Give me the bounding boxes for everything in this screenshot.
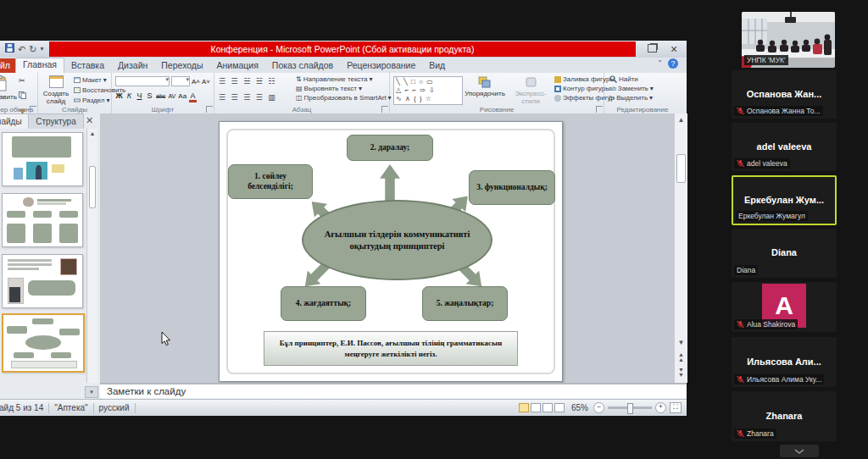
tab-file[interactable]: Файл [0, 58, 15, 73]
scroll-down-icon[interactable]: ▼ [675, 339, 687, 346]
close-button[interactable]: × [666, 43, 682, 55]
group-drawing: ╲ ╲ □ ○ ▭ △ ⌐ ⌐ ⇨ ⇩ ∿ ∧ { } ☆ Упорядочит… [390, 73, 604, 113]
cut-icon[interactable]: ✂ [19, 76, 26, 85]
paste-button[interactable]: Вставить [0, 75, 14, 102]
shrink-font-icon[interactable]: A˅ [202, 78, 210, 86]
restore-button[interactable] [644, 43, 659, 55]
notes-pane[interactable]: Заметки к слайду [100, 383, 687, 398]
minimize-ribbon-icon[interactable]: ⌃ [657, 59, 663, 67]
select-button[interactable]: ▷Выделить ▾ [609, 94, 654, 102]
tab-insert[interactable]: Вставка [64, 58, 111, 73]
participant-video-tile[interactable]: УНПК 'МУК' [742, 12, 835, 68]
slide-thumbnail-1[interactable] [2, 132, 83, 186]
slide-canvas[interactable]: 2. даралау; 1. сөйлеу белсенділігі; 3. ф… [219, 121, 563, 382]
slide-thumbnail-3[interactable] [2, 254, 83, 308]
zoom-in-icon[interactable]: + [655, 402, 666, 413]
alignment-icons[interactable]: ☰ ☰ ☰ ☰ ▥ [219, 93, 277, 102]
underline-button[interactable]: Ч [136, 91, 143, 100]
save-icon[interactable] [5, 42, 14, 56]
zoom-out-icon[interactable]: − [593, 402, 604, 413]
undo-icon[interactable]: ↶ [18, 42, 25, 56]
tab-outline[interactable]: Структура [28, 113, 84, 129]
participant-tile[interactable]: adel valeeva adel valeeva [732, 123, 837, 171]
italic-button[interactable]: К [125, 91, 133, 100]
participant-tile[interactable]: Ильясова Али... Ильясова Алима Уку... [732, 337, 837, 387]
group-paragraph: ☰ ☰ ☱ ☱ ☷ ☰ ☰ ☰ ☰ ▥ ⇅Направление текста … [214, 73, 390, 113]
paragraph-dialog-launcher[interactable] [381, 106, 388, 113]
panel-scrollbar[interactable]: ▲ [86, 129, 97, 383]
change-case-button[interactable]: Aa [178, 92, 186, 100]
shape-box-3[interactable]: 3. функционалдық; [469, 170, 555, 205]
close-panel-icon[interactable]: ✕ [86, 115, 93, 126]
reading-view-icon[interactable] [542, 403, 553, 412]
editor-scrollbar[interactable]: ▲ ▼ ▲▲ ▼▼ [674, 113, 687, 383]
normal-view-icon[interactable] [519, 403, 529, 412]
tab-review[interactable]: Рецензирование [340, 58, 422, 73]
replace-button[interactable]: abЗаменить ▾ [609, 85, 654, 92]
shape-box-2[interactable]: 2. даралау; [347, 135, 433, 161]
copy-icon[interactable] [19, 87, 26, 102]
bold-button[interactable]: Ж [115, 91, 123, 100]
participant-tile-active-speaker[interactable]: Еркебулан Жум... Еркебулан Жумагул [732, 175, 837, 225]
new-slide-button[interactable]: Создать слайд [40, 75, 72, 105]
shapes-gallery[interactable]: ╲ ╲ □ ○ ▭ △ ⌐ ⌐ ⇨ ⇩ ∿ ∧ { } ☆ [393, 76, 463, 105]
shadow-button[interactable]: S [146, 91, 153, 100]
tab-transitions[interactable]: Переходы [154, 58, 209, 73]
previous-slide-icon[interactable]: ▲▲ [675, 352, 687, 362]
theme-name: "Аптека" [54, 403, 87, 412]
grow-font-icon[interactable]: A˄ [192, 78, 200, 86]
font-name-combo[interactable] [115, 76, 170, 86]
language-indicator[interactable]: русский [99, 403, 130, 412]
participant-tile[interactable]: Zhanara Zhanara [732, 391, 837, 441]
help-icon[interactable]: ? [668, 58, 678, 69]
redo-icon[interactable]: ↻ [29, 42, 36, 56]
participant-name-badge: Zhanara [734, 429, 776, 439]
shape-center-ellipse[interactable]: Ағылшын тілдерін коммуникативті оқытудың… [302, 200, 492, 280]
scroll-thumb[interactable] [676, 154, 686, 183]
bullets-numbering-icons[interactable]: ☰ ☰ ☱ ☱ ☷ [219, 77, 276, 86]
char-spacing-button[interactable]: AV [168, 93, 175, 99]
font-dialog-launcher[interactable] [206, 106, 213, 113]
quick-styles-button[interactable]: Экспресс-стили [509, 76, 553, 105]
align-text-button[interactable]: ▤Выровнять текст ▾ [296, 85, 392, 92]
slide-sorter-view-icon[interactable] [531, 403, 541, 412]
shape-box-5[interactable]: 5. жаңалықтар; [422, 286, 508, 321]
participant-tile[interactable]: Diana Diana [732, 229, 837, 278]
font-color-button[interactable]: A [189, 91, 197, 102]
participant-tile[interactable]: Оспанова Жан... Оспанова Жанна То... [732, 70, 837, 119]
mic-muted-icon [737, 159, 744, 168]
qat-dropdown-icon[interactable]: ▾ [40, 42, 43, 56]
drawing-dialog-launcher[interactable] [596, 106, 603, 113]
participant-tile[interactable]: A Alua Shakirova [732, 282, 837, 332]
slide-thumbnail-2[interactable] [2, 193, 83, 247]
participants-scroll-down-button[interactable] [780, 445, 819, 457]
shape-box-4[interactable]: 4. жағдаяттық; [281, 286, 366, 321]
strikethrough-button[interactable]: abc [156, 93, 165, 99]
tab-home[interactable]: Главная [15, 58, 64, 73]
next-slide-icon[interactable]: ▼▼ [675, 368, 687, 378]
scroll-up-icon[interactable]: ▲ [675, 116, 687, 124]
slideshow-view-icon[interactable] [554, 403, 565, 412]
slide-thumbnail-4-selected[interactable] [2, 313, 85, 373]
zoom-slider[interactable] [608, 406, 652, 409]
font-size-combo[interactable] [171, 76, 190, 86]
tab-slides-thumbnails[interactable]: Слайды [0, 113, 29, 129]
fit-to-window-icon[interactable]: ⛶ [670, 402, 682, 413]
tab-slideshow[interactable]: Показ слайдов [265, 58, 340, 73]
zoom-slider-thumb[interactable] [627, 403, 633, 414]
panel-scroll-thumb[interactable] [89, 166, 96, 208]
text-direction-button[interactable]: ⇅Направление текста ▾ [296, 75, 392, 83]
panel-scroll-up-icon[interactable]: ▲ [87, 130, 97, 136]
shape-footer-banner[interactable]: Бұл принциптер, Е.И. Пассов, ағылшын тіл… [264, 331, 518, 366]
tab-design[interactable]: Дизайн [111, 58, 154, 73]
notes-splitter-collapse-icon[interactable]: ▾ [85, 386, 98, 398]
shape-box-1[interactable]: 1. сөйлеу белсенділігі; [228, 164, 313, 199]
arrange-button[interactable]: Упорядочить [463, 76, 507, 98]
tab-animations[interactable]: Анимация [210, 58, 265, 73]
tab-view[interactable]: Вид [422, 58, 452, 73]
smartart-button[interactable]: ◫Преобразовать в SmartArt ▾ [296, 94, 392, 102]
clipboard-dialog-launcher[interactable] [30, 106, 36, 113]
slide-editor-area[interactable]: 2. даралау; 1. сөйлеу белсенділігі; 3. ф… [100, 113, 674, 383]
participant-name-badge: Ильясова Алима Уку... [734, 374, 824, 384]
find-button[interactable]: Найти [609, 75, 654, 83]
